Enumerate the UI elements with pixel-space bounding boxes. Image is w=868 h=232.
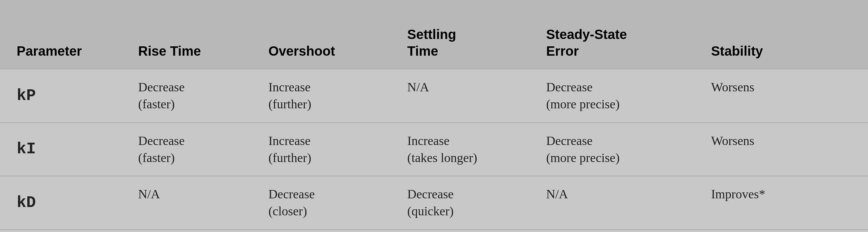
- ki-steady: Decrease(more precise): [529, 123, 694, 176]
- kp-steady: Decrease(more precise): [529, 69, 694, 123]
- row-ki: kI Decrease(faster) Increase(further) In…: [0, 123, 868, 176]
- header-row: Parameter Rise Time Overshoot SettlingTi…: [0, 0, 868, 69]
- footer-empty-2: [122, 230, 252, 232]
- footer-wikipedia: - Wikipedia: [694, 230, 868, 232]
- header-steady-state: Steady-StateError: [529, 0, 694, 69]
- footer-empty-3: [252, 230, 391, 232]
- header-stability: Stability: [694, 0, 868, 69]
- pid-table: Parameter Rise Time Overshoot SettlingTi…: [0, 0, 868, 232]
- kd-overshoot: Decrease(closer): [252, 176, 391, 230]
- footer-empty-1: [0, 230, 122, 232]
- footer-empty-4: [391, 230, 530, 232]
- ki-overshoot: Increase(further): [252, 123, 391, 176]
- row-kp: kP Decrease(faster) Increase(further) N/…: [0, 69, 868, 123]
- ki-param: kI: [0, 123, 122, 176]
- header-rise-time: Rise Time: [122, 0, 252, 69]
- ki-rise-time: Decrease(faster): [122, 123, 252, 176]
- ki-stability: Worsens: [694, 123, 868, 176]
- ki-settling: Increase(takes longer): [391, 123, 530, 176]
- kp-param: kP: [0, 69, 122, 123]
- page-container: Parameter Rise Time Overshoot SettlingTi…: [0, 0, 868, 232]
- header-parameter: Parameter: [0, 0, 122, 69]
- kd-settling: Decrease(quicker): [391, 176, 530, 230]
- kp-overshoot: Increase(further): [252, 69, 391, 123]
- footer-empty-5: [529, 230, 694, 232]
- kp-rise-time: Decrease(faster): [122, 69, 252, 123]
- footer-row: - Wikipedia: [0, 230, 868, 232]
- row-kd: kD N/A Decrease(closer) Decrease(quicker…: [0, 176, 868, 230]
- kd-steady: N/A: [529, 176, 694, 230]
- header-settling-time: SettlingTime: [391, 0, 530, 69]
- kd-stability: Improves*: [694, 176, 868, 230]
- kp-settling: N/A: [391, 69, 530, 123]
- kd-rise-time: N/A: [122, 176, 252, 230]
- header-overshoot: Overshoot: [252, 0, 391, 69]
- kd-param: kD: [0, 176, 122, 230]
- kp-stability: Worsens: [694, 69, 868, 123]
